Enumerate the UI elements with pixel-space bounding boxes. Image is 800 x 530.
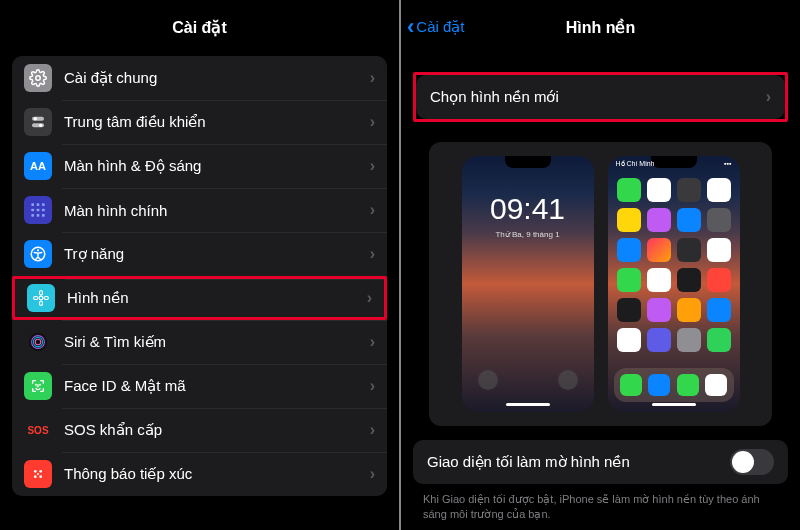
app-icon [647,238,671,262]
svg-point-19 [34,297,39,300]
page-title: Cài đặt [172,18,226,37]
gear-icon [24,64,52,92]
flashlight-icon [478,370,498,390]
app-icon [617,268,641,292]
app-icon [707,298,731,322]
exposure-icon [24,460,52,488]
app-icon [617,298,641,322]
row-label: Trung tâm điều khiển [64,113,370,131]
back-button[interactable]: ‹ Cài đặt [407,6,465,48]
lock-date: Thứ Ba, 9 tháng 1 [462,230,594,239]
choose-wallpaper-row[interactable]: Chọn hình nền mới › [416,75,785,119]
row-label: Trợ năng [64,245,370,263]
svg-point-26 [40,384,41,385]
row-general[interactable]: Cài đặt chung › [12,56,387,100]
chevron-right-icon: › [370,465,375,483]
settings-panel: Cài đặt Cài đặt chung › Trung tâm điều k… [0,0,401,530]
dim-wallpaper-row: Giao diện tối làm mờ hình nền [413,440,788,484]
sos-icon: SOS [24,416,52,444]
dock-app-icon [620,374,642,396]
app-icon [677,268,701,292]
svg-rect-12 [37,214,40,217]
wallpaper-previews: 09:41 Thứ Ba, 9 tháng 1 Hồ Chí Minh ▪▪▪ [429,142,772,426]
svg-rect-8 [31,209,34,212]
toggle-knob [732,451,754,473]
homescreen-preview[interactable]: Hồ Chí Minh ▪▪▪ [608,156,740,412]
faceid-icon [24,372,52,400]
row-siri-search[interactable]: Siri & Tìm kiếm › [12,320,387,364]
status-bar: Hồ Chí Minh ▪▪▪ [608,160,740,168]
app-icon [647,328,671,352]
siri-icon [24,328,52,356]
app-icon [617,178,641,202]
sliders-icon [24,108,52,136]
dim-footnote: Khi Giao diện tối được bật, iPhone sẽ là… [423,492,778,522]
status-indicators: ▪▪▪ [724,160,731,168]
app-icon [677,328,701,352]
chevron-right-icon: › [370,421,375,439]
svg-rect-10 [42,209,45,212]
row-sos[interactable]: SOS SOS khẩn cấp › [12,408,387,452]
dim-toggle[interactable] [730,449,774,475]
row-faceid-passcode[interactable]: Face ID & Mật mã › [12,364,387,408]
header-wallpaper: ‹ Cài đặt Hình nền [401,6,800,48]
chevron-left-icon: ‹ [407,14,414,40]
camera-icon [558,370,578,390]
svg-point-27 [34,470,37,473]
home-indicator [506,403,550,406]
chevron-right-icon: › [766,88,771,106]
chevron-right-icon: › [370,333,375,351]
chevron-right-icon: › [367,289,372,307]
row-label: SOS khẩn cấp [64,421,370,439]
app-icon [707,238,731,262]
svg-point-20 [44,297,49,300]
svg-rect-5 [31,203,34,206]
row-label: Thông báo tiếp xúc [64,465,370,483]
app-icon [707,208,731,232]
svg-point-29 [34,475,37,478]
dim-label: Giao diện tối làm mờ hình nền [427,453,630,471]
app-icon [647,298,671,322]
row-wallpaper[interactable]: Hình nền › [12,276,387,320]
chevron-right-icon: › [370,201,375,219]
app-icon [647,268,671,292]
dock-app-icon [648,374,670,396]
svg-rect-11 [31,214,34,217]
svg-rect-7 [42,203,45,206]
row-control-center[interactable]: Trung tâm điều khiển › [12,100,387,144]
flower-icon [27,284,55,312]
svg-point-17 [40,291,43,296]
chevron-right-icon: › [370,377,375,395]
chevron-right-icon: › [370,245,375,263]
app-icon [677,238,701,262]
notch [505,156,551,168]
app-icon [707,328,731,352]
row-display-brightness[interactable]: AA Màn hình & Độ sáng › [12,144,387,188]
row-label: Màn hình & Độ sáng [64,157,370,175]
home-indicator [652,403,696,406]
app-icon [647,208,671,232]
svg-point-30 [39,475,42,478]
page-title: Hình nền [566,18,636,37]
row-label: Hình nền [67,289,367,307]
svg-point-4 [39,124,42,127]
svg-point-25 [36,384,37,385]
row-accessibility[interactable]: Trợ năng › [12,232,387,276]
grid-icon [24,196,52,224]
dock-app-icon [677,374,699,396]
choose-label: Chọn hình nền mới [430,88,559,106]
dock-app-icon [705,374,727,396]
row-label: Màn hình chính [64,202,370,219]
svg-point-3 [34,117,37,120]
app-icon [707,178,731,202]
svg-rect-13 [42,214,45,217]
svg-point-18 [40,301,43,306]
lockscreen-preview[interactable]: 09:41 Thứ Ba, 9 tháng 1 [462,156,594,412]
app-icon [677,208,701,232]
row-home-screen[interactable]: Màn hình chính › [12,188,387,232]
row-label: Face ID & Mật mã [64,377,370,395]
app-grid [616,178,732,352]
choose-wallpaper-highlight: Chọn hình nền mới › [413,72,788,122]
row-exposure-notifications[interactable]: Thông báo tiếp xúc › [12,452,387,496]
svg-rect-9 [37,209,40,212]
